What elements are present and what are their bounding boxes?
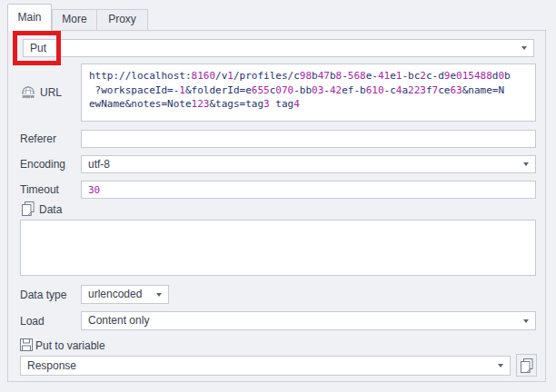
chevron-down-icon bbox=[523, 319, 529, 323]
load-label: Load bbox=[20, 312, 45, 330]
chevron-down-icon bbox=[498, 364, 503, 368]
load-value: Content only bbox=[88, 314, 149, 327]
save-floppy-icon bbox=[20, 338, 33, 354]
chevron-down-icon bbox=[523, 162, 529, 166]
data-type-label: Data type bbox=[20, 286, 66, 304]
url-line: ewName&notes=Note123&tags=tag3 tag4 bbox=[89, 97, 528, 112]
method-dropdown[interactable]: Put bbox=[23, 39, 534, 57]
tab-main[interactable]: Main bbox=[7, 4, 52, 31]
data-type-dropdown[interactable]: urlencoded bbox=[81, 285, 169, 304]
method-value: Put bbox=[30, 42, 46, 54]
globe-www-icon: www bbox=[20, 85, 36, 103]
url-label: URL bbox=[40, 83, 62, 102]
url-input[interactable]: http://localhost:8160/v1/profiles/c98b47… bbox=[81, 64, 536, 122]
tab-more[interactable]: More bbox=[52, 9, 97, 30]
encoding-label: Encoding bbox=[20, 155, 65, 173]
data-label: Data bbox=[39, 201, 62, 219]
timeout-label: Timeout bbox=[20, 181, 59, 199]
chevron-down-icon bbox=[521, 46, 527, 50]
put-to-variable-dropdown[interactable]: Response bbox=[20, 356, 511, 376]
data-type-value: urlencoded bbox=[88, 288, 142, 300]
put-to-variable-label: Put to variable bbox=[35, 337, 105, 355]
request-settings-window: Main More Proxy Put www URL http://local… bbox=[0, 0, 556, 392]
put-to-variable-value: Response bbox=[27, 359, 76, 372]
referer-label: Referer bbox=[20, 130, 56, 148]
url-line: ?workspaceId=-1&folderId=e655c070-bb03-4… bbox=[89, 83, 528, 98]
load-dropdown[interactable]: Content only bbox=[81, 311, 536, 330]
referer-input[interactable] bbox=[81, 130, 536, 148]
data-textarea[interactable] bbox=[20, 220, 536, 276]
copy-pages-icon bbox=[22, 201, 35, 219]
copy-to-clipboard-button[interactable] bbox=[516, 354, 537, 377]
url-line: http://localhost:8160/v1/profiles/c98b47… bbox=[89, 69, 528, 83]
encoding-value: utf-8 bbox=[88, 158, 110, 171]
svg-text:www: www bbox=[21, 93, 35, 99]
tab-proxy[interactable]: Proxy bbox=[96, 9, 148, 30]
timeout-input[interactable] bbox=[81, 181, 536, 199]
chevron-down-icon bbox=[156, 293, 162, 297]
copy-pages-icon bbox=[521, 358, 533, 373]
encoding-dropdown[interactable]: utf-8 bbox=[81, 155, 536, 173]
